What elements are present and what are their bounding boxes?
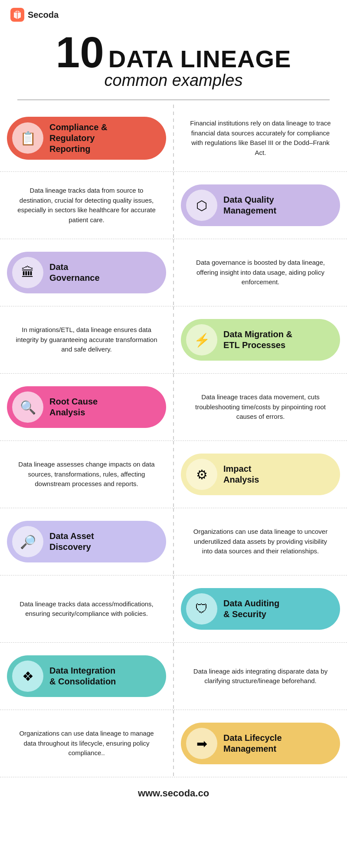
desc-block: Data lineage tracks data access/modifica… [7,594,166,624]
pill-icon: 🏛 [12,257,43,288]
left-block: Data lineage tracks data from source to … [0,172,173,239]
left-block: 🔍 Root Cause Analysis [0,374,173,441]
rows-container: 📋 Compliance & Regulatory Reporting Fina… [0,105,347,777]
pill-label: Data Migration & ETL Processes [223,329,292,351]
row-3: In migrations/ETL, data lineage ensures … [0,306,347,374]
pill-card: ⚡ Data Migration & ETL Processes [181,319,340,361]
pill-card: 📋 Compliance & Regulatory Reporting [7,117,166,160]
pill-card: 🏛 Data Governance [7,252,166,293]
desc-block: Organizations can use data lineage to ma… [7,723,166,763]
logo: Secoda [10,8,59,22]
row-7: Data lineage tracks data access/modifica… [0,575,347,643]
logo-icon [10,8,24,22]
desc-block: Data lineage assesses change impacts on … [7,454,166,494]
pill-card: 🛡 Data Auditing & Security [181,588,340,630]
right-block: ➡ Data Lifecycle Management [174,710,347,777]
left-block: In migrations/ETL, data lineage ensures … [0,306,173,373]
right-block: ⚡ Data Migration & ETL Processes [174,306,347,373]
pill-label: Root Cause Analysis [49,396,98,418]
pill-label: Data Integration & Consolidation [49,665,116,687]
pill-card: 🔎 Data Asset Discovery [7,521,166,562]
pill-label: Compliance & Regulatory Reporting [49,122,107,155]
pill-icon: ❖ [12,661,43,692]
pill-icon: 🔎 [12,526,43,557]
right-block: 🛡 Data Auditing & Security [174,575,347,642]
right-block: Organizations can use data lineage to un… [174,508,347,575]
right-block: Financial institutions rely on data line… [174,105,347,171]
left-block: ❖ Data Integration & Consolidation [0,643,173,710]
header: Secoda [0,0,347,26]
right-block: ⚙ Impact Analysis [174,441,347,508]
title-section: 10 DATA LINEAGE common examples [0,26,347,94]
desc-block: Data lineage traces data movement, cuts … [181,387,340,427]
title-main: DATA LINEAGE [108,47,291,71]
title-number: 10 [56,30,104,74]
left-block: 🔎 Data Asset Discovery [0,508,173,575]
row-4: 🔍 Root Cause Analysis Data lineage trace… [0,374,347,441]
row-1: Data lineage tracks data from source to … [0,172,347,239]
pill-icon: ⬡ [186,190,217,221]
pill-label: Data Quality Management [223,194,276,216]
left-block: Data lineage assesses change impacts on … [0,441,173,508]
footer: www.secoda.co [0,777,347,809]
pill-label: Data Asset Discovery [49,531,94,552]
row-2: 🏛 Data Governance Data governance is boo… [0,239,347,306]
logo-text: Secoda [28,10,59,20]
row-6: 🔎 Data Asset Discovery Organizations can… [0,508,347,575]
row-9: Organizations can use data lineage to ma… [0,710,347,777]
left-block: 📋 Compliance & Regulatory Reporting [0,105,173,171]
divider [17,99,330,100]
pill-card: ❖ Data Integration & Consolidation [7,655,166,697]
desc-block: Data governance is boosted by data linea… [181,253,340,293]
pill-icon: ⚙ [186,459,217,490]
pill-card: 🔍 Root Cause Analysis [7,386,166,428]
left-block: Data lineage tracks data access/modifica… [0,575,173,642]
title-line1: 10 DATA LINEAGE [17,30,330,74]
pill-icon: ➡ [186,728,217,759]
desc-block: Organizations can use data lineage to un… [181,522,340,562]
right-block: ⬡ Data Quality Management [174,172,347,239]
pill-icon: 🛡 [186,593,217,625]
row-0: 📋 Compliance & Regulatory Reporting Fina… [0,105,347,172]
right-block: Data lineage traces data movement, cuts … [174,374,347,441]
row-8: ❖ Data Integration & Consolidation Data … [0,643,347,710]
right-block: Data governance is boosted by data linea… [174,239,347,306]
left-block: Organizations can use data lineage to ma… [0,710,173,777]
footer-url: www.secoda.co [138,788,209,799]
pill-label: Data Governance [49,262,100,283]
desc-block: In migrations/ETL, data lineage ensures … [7,320,166,360]
desc-block: Data lineage aids integrating disparate … [181,661,340,691]
pill-icon: ⚡ [186,324,217,355]
pill-label: Impact Analysis [223,464,259,485]
row-5: Data lineage assesses change impacts on … [0,441,347,508]
desc-block: Data lineage tracks data from source to … [7,181,166,230]
left-block: 🏛 Data Governance [0,239,173,306]
pill-label: Data Lifecycle Management [223,733,282,754]
pill-card: ➡ Data Lifecycle Management [181,723,340,764]
pill-icon: 🔍 [12,391,43,423]
desc-block: Financial institutions rely on data line… [181,113,340,163]
pill-card: ⚙ Impact Analysis [181,454,340,495]
pill-label: Data Auditing & Security [223,598,279,620]
pill-card: ⬡ Data Quality Management [181,184,340,226]
pill-icon: 📋 [12,122,43,154]
right-block: Data lineage aids integrating disparate … [174,643,347,710]
